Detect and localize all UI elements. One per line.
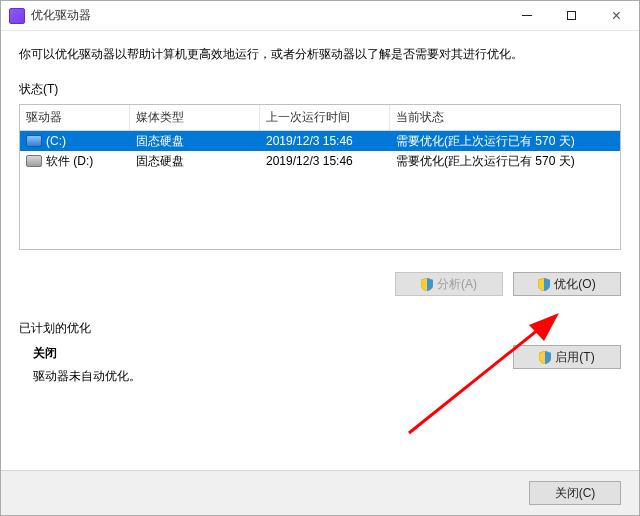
footer: 关闭(C) xyxy=(1,470,639,515)
cell-media: 固态硬盘 xyxy=(130,132,260,151)
shield-icon xyxy=(539,351,551,364)
minimize-button[interactable] xyxy=(504,1,549,30)
close-icon: × xyxy=(612,8,621,24)
drive-icon xyxy=(26,155,42,167)
close-button[interactable]: × xyxy=(594,1,639,30)
shield-icon xyxy=(421,278,433,291)
schedule-section: 已计划的优化 关闭 驱动器未自动优化。 启用(T) xyxy=(19,320,621,385)
table-row[interactable]: (C:) 固态硬盘 2019/12/3 15:46 需要优化(距上次运行已有 5… xyxy=(20,131,620,151)
optimize-label: 优化(O) xyxy=(554,276,595,293)
analyze-label: 分析(A) xyxy=(437,276,477,293)
optimize-button[interactable]: 优化(O) xyxy=(513,272,621,296)
schedule-text: 关闭 驱动器未自动优化。 xyxy=(19,345,141,385)
cell-last-run: 2019/12/3 15:46 xyxy=(260,153,390,169)
enable-label: 启用(T) xyxy=(555,349,594,366)
cell-current-state: 需要优化(距上次运行已有 570 天) xyxy=(390,152,620,171)
cell-last-run: 2019/12/3 15:46 xyxy=(260,133,390,149)
minimize-icon xyxy=(522,15,532,16)
description-text: 你可以优化驱动器以帮助计算机更高效地运行，或者分析驱动器以了解是否需要对其进行优… xyxy=(19,45,621,63)
close-label: 关闭(C) xyxy=(555,485,596,502)
titlebar: 优化驱动器 × xyxy=(1,1,639,31)
cell-current-state: 需要优化(距上次运行已有 570 天) xyxy=(390,132,620,151)
analyze-button: 分析(A) xyxy=(395,272,503,296)
action-buttons: 分析(A) 优化(O) xyxy=(19,272,621,296)
close-dialog-button[interactable]: 关闭(C) xyxy=(529,481,621,505)
app-icon xyxy=(9,8,25,24)
table-header: 驱动器 媒体类型 上一次运行时间 当前状态 xyxy=(20,105,620,131)
header-current-state[interactable]: 当前状态 xyxy=(390,105,620,130)
shield-icon xyxy=(538,278,550,291)
drive-icon xyxy=(26,135,42,147)
window-title: 优化驱动器 xyxy=(31,7,504,24)
drive-table: 驱动器 媒体类型 上一次运行时间 当前状态 (C:) 固态硬盘 2019/12/… xyxy=(19,104,621,250)
window-optimize-drives: 优化驱动器 × 你可以优化驱动器以帮助计算机更高效地运行，或者分析驱动器以了解是… xyxy=(0,0,640,516)
cell-drive: (C:) xyxy=(46,134,66,148)
content-area: 你可以优化驱动器以帮助计算机更高效地运行，或者分析驱动器以了解是否需要对其进行优… xyxy=(1,31,639,470)
maximize-icon xyxy=(567,11,576,20)
table-body: (C:) 固态硬盘 2019/12/3 15:46 需要优化(距上次运行已有 5… xyxy=(20,131,620,249)
enable-button[interactable]: 启用(T) xyxy=(513,345,621,369)
schedule-message: 驱动器未自动优化。 xyxy=(33,368,141,385)
header-last-run[interactable]: 上一次运行时间 xyxy=(260,105,390,130)
cell-media: 固态硬盘 xyxy=(130,152,260,171)
header-media[interactable]: 媒体类型 xyxy=(130,105,260,130)
schedule-off: 关闭 xyxy=(33,345,141,362)
maximize-button[interactable] xyxy=(549,1,594,30)
status-label: 状态(T) xyxy=(19,81,621,98)
schedule-label: 已计划的优化 xyxy=(19,320,621,337)
table-row[interactable]: 软件 (D:) 固态硬盘 2019/12/3 15:46 需要优化(距上次运行已… xyxy=(20,151,620,171)
window-controls: × xyxy=(504,1,639,30)
header-drive[interactable]: 驱动器 xyxy=(20,105,130,130)
cell-drive: 软件 (D:) xyxy=(46,154,93,168)
